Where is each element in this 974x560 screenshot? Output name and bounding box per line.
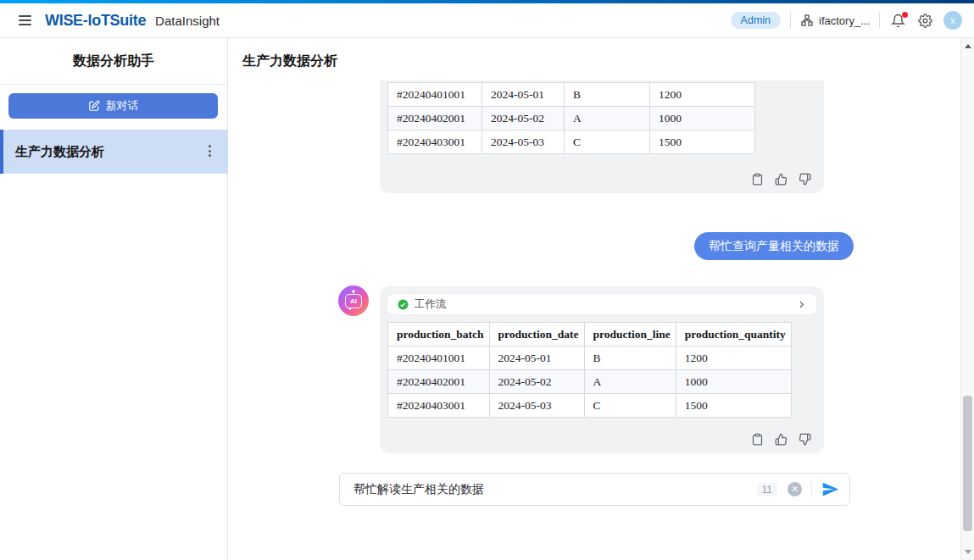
ai-robot-icon: AI bbox=[345, 294, 362, 308]
new-chat-button[interactable]: 新对话 bbox=[8, 93, 218, 119]
app-window: WISE-IoTSuite DataInsight Admin ifactory… bbox=[0, 0, 974, 560]
table-cell: 1200 bbox=[650, 83, 755, 107]
clipboard-icon bbox=[751, 433, 764, 446]
thumbs-up-button[interactable] bbox=[775, 173, 788, 186]
org-selector[interactable]: ifactory_... bbox=[800, 14, 870, 27]
table-cell: 2024-05-02 bbox=[489, 370, 584, 394]
brand-logo: WISE-IoTSuite bbox=[45, 12, 146, 30]
copy-button[interactable] bbox=[751, 173, 764, 186]
edit-icon bbox=[88, 100, 100, 112]
notification-dot bbox=[902, 12, 908, 18]
table-header-cell: production_quantity bbox=[676, 323, 791, 347]
thumbs-down-icon bbox=[799, 173, 811, 186]
table-header-cell: production_batch bbox=[388, 323, 490, 347]
thumbs-down-icon bbox=[799, 433, 811, 446]
table-cell: #20240402001 bbox=[388, 107, 482, 130]
table-cell: 1000 bbox=[650, 107, 755, 130]
check-circle-icon bbox=[398, 299, 409, 310]
new-chat-label: 新对话 bbox=[106, 98, 139, 114]
table-cell: #20240403001 bbox=[388, 130, 482, 154]
header-left: WISE-IoTSuite DataInsight bbox=[15, 12, 220, 30]
table-cell: C bbox=[584, 394, 676, 418]
table-cell: #20240402001 bbox=[388, 370, 490, 394]
table-row: #202404030012024-05-03C1500 bbox=[388, 130, 755, 154]
sidebar: 数据分析助手 新对话 生产力数据分析 bbox=[0, 38, 228, 560]
assistant-message-partial: #202404010012024-05-01B1200#202404020012… bbox=[380, 80, 824, 193]
hamburger-menu-button[interactable] bbox=[15, 12, 35, 29]
gear-icon bbox=[918, 14, 932, 28]
conversation-label: 生产力数据分析 bbox=[15, 130, 104, 174]
page-title: 生产力数据分析 bbox=[242, 53, 337, 70]
workflow-expander[interactable]: 工作流 bbox=[387, 293, 817, 315]
result-table: #202404010012024-05-01B1200#202404020012… bbox=[387, 82, 755, 154]
table-cell: 1200 bbox=[676, 347, 791, 370]
table-row: #202404030012024-05-03C1500 bbox=[388, 394, 792, 418]
chat-input[interactable] bbox=[353, 483, 757, 496]
scroll-down-button[interactable] bbox=[965, 550, 971, 554]
chat-viewport: #202404010012024-05-01B1200#202404020012… bbox=[229, 80, 960, 560]
table-cell: #20240401001 bbox=[388, 347, 490, 370]
table-cell: A bbox=[584, 370, 676, 394]
table-row: #202404020012024-05-02A1000 bbox=[388, 107, 755, 130]
thumbs-down-button[interactable] bbox=[799, 433, 811, 446]
table-cell: #20240401001 bbox=[388, 83, 482, 107]
thumbs-up-button[interactable] bbox=[775, 433, 788, 446]
table-cell: B bbox=[584, 347, 676, 370]
sidebar-item-conversation[interactable]: 生产力数据分析 bbox=[0, 130, 228, 174]
char-count-badge: 11 bbox=[757, 483, 777, 496]
table-row: #202404010012024-05-01B1200 bbox=[388, 347, 792, 370]
notifications-button[interactable] bbox=[889, 12, 907, 30]
send-icon bbox=[821, 480, 839, 498]
send-button[interactable] bbox=[821, 480, 839, 498]
header-divider bbox=[790, 13, 791, 28]
assistant-message: 工作流 production_batchproduction_dateprodu… bbox=[380, 286, 824, 453]
table-cell: #20240403001 bbox=[388, 394, 490, 418]
table-cell: 1500 bbox=[676, 394, 791, 418]
message-actions bbox=[751, 173, 811, 186]
table-cell: A bbox=[565, 107, 650, 130]
copy-button[interactable] bbox=[751, 433, 764, 446]
admin-badge: Admin bbox=[731, 12, 781, 29]
assistant-avatar: AI bbox=[338, 286, 369, 316]
table-header-cell: production_line bbox=[584, 323, 676, 347]
table-row: #202404020012024-05-02A1000 bbox=[388, 370, 792, 394]
table-cell: 1500 bbox=[650, 130, 755, 154]
clipboard-icon bbox=[751, 173, 764, 186]
header-divider bbox=[879, 13, 880, 28]
table-cell: C bbox=[565, 130, 650, 154]
table-cell: 1000 bbox=[676, 370, 791, 394]
table-cell: B bbox=[565, 83, 650, 107]
input-divider bbox=[811, 482, 812, 497]
header-right: Admin ifactory_... bbox=[731, 11, 962, 30]
app-header: WISE-IoTSuite DataInsight Admin ifactory… bbox=[0, 3, 974, 38]
table-cell: 2024-05-01 bbox=[489, 347, 584, 370]
product-name: DataInsight bbox=[155, 14, 220, 28]
message-actions bbox=[751, 433, 811, 446]
table-row: #202404010012024-05-01B1200 bbox=[388, 83, 755, 107]
sidebar-title: 数据分析助手 bbox=[0, 38, 227, 85]
result-table: production_batchproduction_dateproductio… bbox=[387, 322, 792, 418]
settings-button[interactable] bbox=[916, 12, 934, 30]
table-header-row: production_batchproduction_dateproductio… bbox=[388, 323, 792, 347]
table-cell: 2024-05-03 bbox=[489, 394, 584, 418]
conversation-menu-button[interactable] bbox=[207, 143, 213, 158]
selected-accent-bar bbox=[0, 130, 3, 174]
scroll-up-button[interactable] bbox=[965, 44, 971, 48]
thumbs-up-icon bbox=[775, 173, 788, 186]
table-cell: 2024-05-03 bbox=[482, 130, 565, 154]
org-label: ifactory_... bbox=[819, 14, 870, 27]
user-message: 帮忙查询产量相关的数据 bbox=[694, 232, 854, 260]
sitemap-icon bbox=[800, 14, 814, 27]
clear-input-button[interactable]: ✕ bbox=[788, 482, 802, 496]
table-cell: 2024-05-01 bbox=[482, 83, 565, 107]
workflow-label: 工作流 bbox=[415, 297, 447, 312]
scrollbar-thumb[interactable] bbox=[963, 396, 972, 531]
chat-input-bar: 11 ✕ bbox=[339, 473, 850, 506]
vertical-scrollbar bbox=[960, 38, 974, 560]
chevron-right-icon bbox=[797, 300, 806, 309]
table-header-cell: production_date bbox=[489, 323, 584, 347]
thumbs-down-button[interactable] bbox=[799, 173, 811, 186]
table-cell: 2024-05-02 bbox=[482, 107, 565, 130]
user-avatar[interactable]: x bbox=[943, 11, 962, 30]
thumbs-up-icon bbox=[775, 433, 788, 446]
